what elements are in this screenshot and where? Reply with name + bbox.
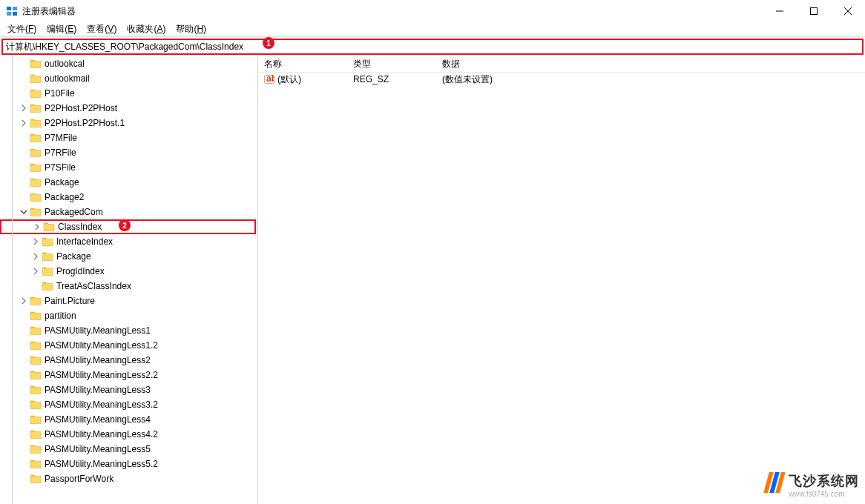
value-name-cell: ab (默认): [258, 73, 347, 86]
list-headers: 名称 类型 数据: [258, 56, 865, 73]
chevron-right-icon[interactable]: [30, 268, 42, 275]
address-bar[interactable]: 计算机\HKEY_CLASSES_ROOT\PackagedCom\ClassI…: [1, 39, 864, 55]
window-title: 注册表编辑器: [22, 5, 763, 18]
watermark: 飞沙系统网 www.fs0745.com: [766, 472, 859, 498]
tree-item-label: partition: [45, 311, 76, 321]
svg-rect-3: [13, 12, 17, 16]
tree-item[interactable]: P2PHost.P2PHost.1: [0, 116, 257, 130]
chevron-right-icon[interactable]: [30, 253, 42, 260]
tree-item[interactable]: ·PASMUtility.MeaningLess5: [0, 442, 257, 457]
svg-rect-0: [7, 7, 11, 10]
tree-item[interactable]: ·P7RFile: [0, 145, 257, 160]
tree-vline: [12, 56, 13, 504]
registry-editor-icon: [6, 5, 18, 17]
tree-panel[interactable]: ·outlookcal·outlookmail·P10FileP2PHost.P…: [0, 56, 258, 504]
svg-rect-5: [811, 8, 818, 15]
tree-item-label: PASMUtility.MeaningLess5.2: [45, 459, 158, 469]
tree-item[interactable]: ·TreatAsClassIndex: [0, 279, 257, 294]
menu-edit[interactable]: 编辑(E): [42, 21, 81, 37]
tree-item[interactable]: ·PASMUtility.MeaningLess4: [0, 412, 257, 427]
string-value-icon: ab: [264, 74, 274, 84]
tree-item[interactable]: ·PASMUtility.MeaningLess3: [0, 382, 257, 397]
maximize-button[interactable]: [797, 0, 831, 22]
tree-item[interactable]: ·PASMUtility.MeaningLess5.2: [0, 457, 257, 471]
tree-item-label: PASMUtility.MeaningLess4: [45, 414, 151, 425]
address-path: 计算机\HKEY_CLASSES_ROOT\PackagedCom\ClassI…: [6, 41, 243, 53]
watermark-title: 飞沙系统网: [789, 472, 859, 490]
tree-item-label: P7MFile: [45, 133, 77, 143]
window-controls: [763, 0, 865, 22]
tree-item[interactable]: Package: [0, 249, 257, 264]
tree-item[interactable]: ·outlookcal: [0, 56, 257, 71]
menu-favorites[interactable]: 收藏夹(A): [122, 21, 170, 37]
tree-item[interactable]: ·PASMUtility.MeaningLess1: [0, 323, 257, 338]
tree-item[interactable]: ·PASMUtility.MeaningLess1.2: [0, 338, 257, 353]
chevron-right-icon[interactable]: [18, 105, 30, 112]
chevron-right-icon[interactable]: [18, 297, 30, 305]
tree-item[interactable]: ·PASMUtility.MeaningLess2: [0, 353, 257, 368]
tree-item-label: Paint.Picture: [45, 296, 95, 306]
tree-item-label: Package2: [45, 192, 84, 202]
watermark-logo: [766, 472, 784, 493]
tree-item[interactable]: PackagedCom: [0, 205, 257, 219]
tree-item-label: PASMUtility.MeaningLess2.2: [45, 370, 158, 380]
close-button[interactable]: [831, 0, 865, 22]
chevron-right-icon[interactable]: [18, 119, 30, 127]
tree-item-label: P7SFile: [45, 162, 76, 173]
chevron-right-icon[interactable]: [30, 238, 42, 245]
menu-help[interactable]: 帮助(H): [171, 21, 211, 37]
svg-rect-1: [13, 7, 17, 10]
col-header-data[interactable]: 数据: [436, 56, 865, 73]
tree-item[interactable]: ·PassportForWork: [0, 471, 257, 486]
chevron-down-icon[interactable]: [18, 208, 30, 216]
tree-item-label: outlookmail: [45, 73, 90, 84]
svg-rect-2: [7, 12, 11, 16]
annotation-callout-2: 2: [119, 219, 131, 231]
tree-item-label: P2PHost.P2PHost: [45, 103, 117, 113]
menu-view[interactable]: 查看(V): [82, 21, 121, 37]
tree-item-label: P2PHost.P2PHost.1: [45, 118, 125, 128]
titlebar: 注册表编辑器: [0, 0, 865, 22]
tree-item-label: Package: [56, 251, 91, 262]
tree-item-label: TreatAsClassIndex: [56, 281, 131, 291]
col-header-name[interactable]: 名称: [258, 56, 347, 73]
tree-item[interactable]: ·partition: [0, 308, 257, 323]
tree-item-label: PASMUtility.MeaningLess1: [45, 325, 151, 336]
tree-item-label: PackagedCom: [45, 207, 103, 217]
tree-item[interactable]: ·P10File: [0, 86, 257, 101]
tree-item-label: PASMUtility.MeaningLess3: [45, 385, 151, 395]
menubar: 文件(F) 编辑(E) 查看(V) 收藏夹(A) 帮助(H): [0, 22, 865, 37]
tree-item[interactable]: ·P7SFile: [0, 160, 257, 175]
tree-item[interactable]: ·outlookmail: [0, 71, 257, 86]
tree-item-label: P10File: [45, 88, 75, 99]
value-data: (数值未设置): [436, 73, 865, 86]
tree-item-label: PASMUtility.MeaningLess3.2: [45, 399, 158, 410]
tree-item-label: InterfaceIndex: [56, 236, 113, 247]
tree-item[interactable]: ·Package2: [0, 190, 257, 205]
tree-item[interactable]: InterfaceIndex: [0, 234, 257, 249]
value-type: REG_SZ: [347, 74, 436, 84]
tree-item[interactable]: ·PASMUtility.MeaningLess2.2: [0, 368, 257, 382]
tree-item-label: PassportForWork: [45, 474, 114, 484]
tree-item[interactable]: ·P7MFile: [0, 130, 257, 145]
chevron-right-icon[interactable]: [31, 223, 43, 231]
menu-file[interactable]: 文件(F): [3, 21, 41, 37]
tree-item[interactable]: ·PASMUtility.MeaningLess3.2: [0, 397, 257, 412]
watermark-url: www.fs0745.com: [789, 490, 859, 498]
tree-item[interactable]: ProgIdIndex: [0, 264, 257, 279]
minimize-button[interactable]: [763, 0, 797, 22]
tree-item-label: ClassIndex: [58, 222, 102, 232]
tree-item-label: PASMUtility.MeaningLess2: [45, 355, 151, 365]
tree-item-label: PASMUtility.MeaningLess1.2: [45, 340, 158, 351]
tree-item[interactable]: Paint.Picture: [0, 294, 257, 308]
list-row[interactable]: ab (默认) REG_SZ (数值未设置): [258, 73, 865, 86]
tree-item[interactable]: P2PHost.P2PHost: [0, 101, 257, 116]
value-name: (默认): [277, 73, 301, 86]
content-area: ·outlookcal·outlookmail·P10FileP2PHost.P…: [0, 56, 865, 504]
tree-item[interactable]: ·Package: [0, 175, 257, 190]
tree-item-label: Package: [45, 177, 79, 188]
value-list-panel: 名称 类型 数据 ab (默认) REG_SZ (数值未设置): [258, 56, 865, 504]
tree-item-label: P7RFile: [45, 147, 76, 158]
col-header-type[interactable]: 类型: [347, 56, 436, 73]
tree-item[interactable]: ·PASMUtility.MeaningLess4.2: [0, 427, 257, 442]
